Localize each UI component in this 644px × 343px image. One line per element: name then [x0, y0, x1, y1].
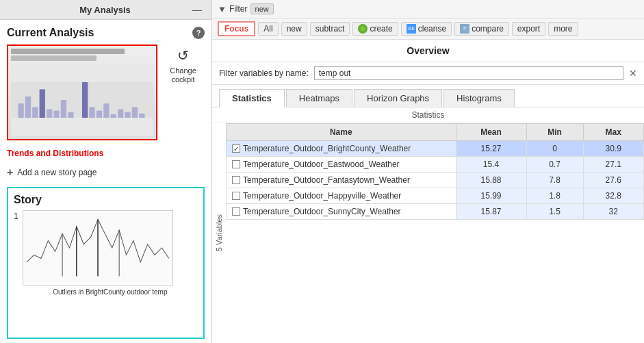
table-row[interactable]: Temperature_Outdoor_Eastwood_Weather15.4… — [227, 157, 644, 173]
trends-link[interactable]: Trends and Distributions — [0, 144, 211, 162]
toolbar-row-1: ▼ Filter new — [212, 0, 644, 18]
panel-title: My Analysis — [21, 5, 190, 15]
tabs-row: Statistics Heatmaps Horizon Graphs Histo… — [212, 85, 644, 107]
cell-name: Temperature_Outdoor_Happyville_Weather — [227, 188, 456, 204]
toolbar-row-2: Focus All new subtract create Ab cleanse… — [212, 18, 644, 40]
cockpit-thumbnail[interactable] — [7, 45, 157, 140]
filter-bar-label: Filter variables by name: — [219, 68, 309, 78]
cockpit-area: ↺ Change cockpit — [7, 45, 205, 140]
story-item: 1 Outliers in BrightCounty outdoor temp — [14, 210, 198, 296]
svg-rect-15 — [125, 112, 130, 118]
cell-name: Temperature_Outdoor_Eastwood_Weather — [227, 157, 456, 173]
story-thumbnail — [23, 210, 173, 285]
focus-button[interactable]: Focus — [218, 21, 255, 36]
svg-rect-14 — [118, 110, 123, 118]
thumb-sub-row — [11, 55, 96, 61]
cell-mean: 15.4 — [456, 157, 526, 173]
cell-max: 27.1 — [583, 157, 643, 173]
cell-max: 32 — [583, 204, 643, 220]
svg-rect-7 — [61, 100, 66, 118]
story-thumbnail-wrapper[interactable]: Outliers in BrightCounty outdoor temp — [23, 210, 198, 296]
cell-name-text: Temperature_Outdoor_Fantasytown_Weather — [243, 175, 410, 185]
cell-mean: 15.27 — [456, 141, 526, 157]
filter-bar: Filter variables by name: ✕ — [212, 62, 644, 85]
row-checkbox[interactable] — [232, 160, 240, 168]
svg-rect-2 — [25, 97, 31, 118]
minimize-button[interactable]: — — [190, 4, 205, 15]
cleanse-button[interactable]: Ab cleanse — [401, 22, 452, 36]
new-button[interactable]: new — [281, 22, 307, 36]
add-story-button[interactable]: + Add a new story page — [0, 162, 211, 183]
svg-rect-12 — [103, 103, 109, 118]
story-number: 1 — [14, 210, 18, 221]
right-panel: ▼ Filter new Focus All new subtract crea… — [212, 0, 644, 343]
row-checkbox[interactable] — [232, 207, 240, 216]
row-checkbox[interactable]: ✓ — [232, 144, 240, 153]
cell-name-text: Temperature_Outdoor_Happyville_Weather — [243, 191, 401, 201]
filter-bar-input[interactable] — [314, 66, 623, 80]
cell-min: 0 — [526, 141, 583, 157]
data-table: Name Mean Min Max ✓Temperature_Outdoor_B… — [226, 123, 644, 220]
svg-rect-16 — [132, 107, 138, 118]
add-plus-icon: + — [7, 166, 13, 179]
filter-clear-icon[interactable]: ✕ — [629, 68, 637, 79]
table-row[interactable]: Temperature_Outdoor_SunnyCity_Weather15.… — [227, 204, 644, 220]
cell-name: ✓Temperature_Outdoor_BrightCounty_Weathe… — [227, 141, 456, 157]
tab-heatmaps[interactable]: Heatmaps — [286, 89, 352, 107]
cell-name: Temperature_Outdoor_Fantasytown_Weather — [227, 173, 456, 188]
current-analysis-section: Current Analysis ? — [0, 20, 211, 144]
cleanse-icon: Ab — [407, 24, 416, 34]
tab-histograms[interactable]: Histograms — [443, 89, 515, 107]
row-checkbox[interactable] — [232, 192, 240, 200]
table-row[interactable]: Temperature_Outdoor_Happyville_Weather15… — [227, 188, 644, 204]
cell-min: 0.7 — [526, 157, 583, 173]
svg-rect-6 — [53, 111, 59, 118]
subtract-button[interactable]: subtract — [310, 22, 350, 36]
all-button[interactable]: All — [258, 22, 278, 36]
compare-icon: ≈ — [460, 24, 469, 34]
cell-mean: 15.87 — [456, 204, 526, 220]
table-row[interactable]: Temperature_Outdoor_Fantasytown_Weather1… — [227, 173, 644, 188]
svg-rect-11 — [96, 111, 102, 118]
filter-icon: ▼ — [218, 4, 227, 14]
cell-min: 1.5 — [526, 204, 583, 220]
cell-min: 7.8 — [526, 173, 583, 188]
filter-tag[interactable]: new — [250, 3, 274, 14]
story-section: Story 1 Outliers in BrightCoun — [7, 187, 205, 339]
cell-max: 32.8 — [583, 188, 643, 204]
change-cockpit-label: Change cockpit — [162, 66, 205, 84]
current-analysis-header: Current Analysis ? — [7, 27, 205, 39]
row-checkbox[interactable] — [232, 176, 240, 184]
tab-statistics[interactable]: Statistics — [219, 89, 285, 107]
more-button[interactable]: more — [548, 22, 578, 36]
col-header-max: Max — [583, 124, 643, 141]
cell-name-text: Temperature_Outdoor_Eastwood_Weather — [243, 160, 400, 169]
svg-rect-8 — [68, 112, 73, 118]
statistics-subtitle: Statistics — [212, 107, 644, 123]
variables-label: 5 Variables — [212, 209, 226, 257]
svg-rect-9 — [82, 82, 88, 118]
create-icon — [358, 24, 368, 34]
cell-mean: 15.88 — [456, 173, 526, 188]
col-header-mean: Mean — [456, 124, 526, 141]
change-cockpit-icon: ↺ — [177, 47, 189, 64]
tab-horizon-graphs[interactable]: Horizon Graphs — [354, 89, 442, 107]
svg-rect-5 — [47, 110, 52, 118]
export-button[interactable]: export — [512, 22, 545, 36]
cell-name-text: Temperature_Outdoor_SunnyCity_Weather — [243, 207, 401, 216]
left-panel: My Analysis — Current Analysis ? — [0, 0, 212, 343]
change-cockpit-button[interactable]: ↺ Change cockpit — [162, 45, 205, 84]
thumb-header-row — [11, 49, 125, 54]
svg-rect-13 — [111, 114, 116, 118]
help-icon[interactable]: ? — [192, 27, 205, 39]
col-header-min: Min — [526, 124, 583, 141]
col-header-name: Name — [227, 124, 456, 141]
svg-rect-3 — [32, 107, 38, 118]
story-title: Story — [14, 194, 198, 206]
create-button[interactable]: create — [352, 22, 398, 36]
filter-label: Filter — [229, 4, 248, 14]
table-row[interactable]: ✓Temperature_Outdoor_BrightCounty_Weathe… — [227, 141, 644, 157]
compare-button[interactable]: ≈ compare — [454, 22, 509, 36]
overview-title: Overview — [212, 40, 644, 62]
story-caption: Outliers in BrightCounty outdoor temp — [23, 288, 198, 296]
